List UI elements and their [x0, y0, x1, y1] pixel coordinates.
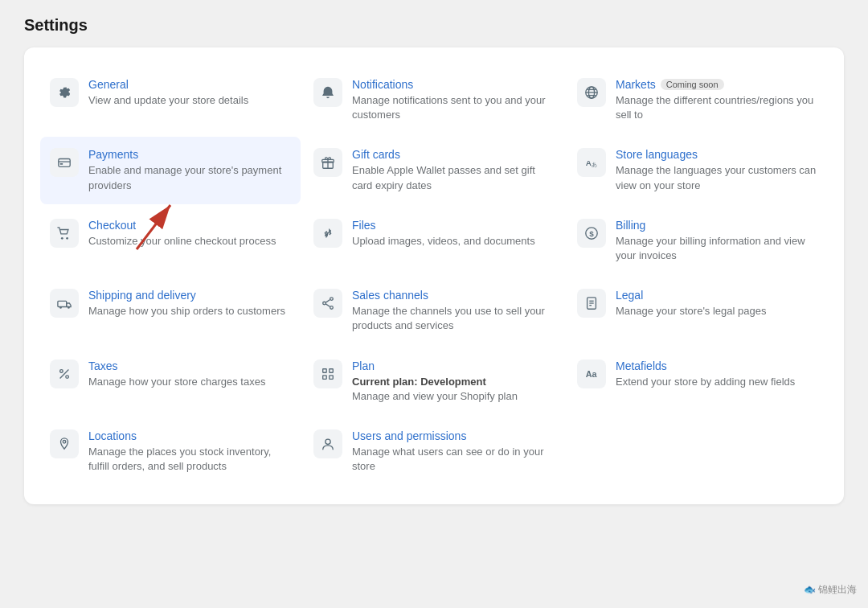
settings-item-desc-legal: Manage your store's legal pages: [616, 304, 818, 318]
settings-item-content-store-languages: Store languagesManage the languages your…: [616, 148, 818, 192]
svg-point-14: [66, 237, 68, 240]
pin-icon: [50, 429, 79, 458]
watermark: 🐟 锦鲤出海: [804, 583, 857, 597]
share-icon: [313, 289, 342, 318]
svg-point-32: [66, 375, 69, 378]
aa-icon: Aa: [577, 359, 606, 388]
svg-line-30: [60, 369, 69, 378]
settings-item-desc-payments: Enable and manage your store's payment p…: [88, 163, 291, 192]
percent-icon: [50, 359, 79, 388]
settings-item-desc-billing: Manage your billing information and view…: [616, 234, 818, 263]
settings-item-locations[interactable]: LocationsManage the places you stock inv…: [40, 418, 301, 485]
settings-item-title-sales-channels: Sales channels: [352, 289, 555, 302]
settings-item-desc-sales-channels: Manage the channels you use to sell your…: [352, 304, 555, 333]
grid-icon: [313, 359, 342, 388]
settings-item-payments[interactable]: PaymentsEnable and manage your store's p…: [40, 137, 301, 203]
settings-item-title-notifications: Notifications: [352, 78, 555, 91]
settings-item-title-plan: Plan: [352, 359, 555, 372]
settings-item-desc-plan: Current plan: DevelopmentManage and view…: [352, 375, 555, 404]
settings-item-title-legal: Legal: [616, 289, 818, 302]
settings-item-metafields[interactable]: AaMetafieldsExtend your store by adding …: [567, 348, 828, 415]
settings-item-users[interactable]: Users and permissionsManage what users c…: [304, 418, 564, 485]
svg-text:Aa: Aa: [586, 368, 598, 378]
settings-item-desc-checkout: Customize your online checkout process: [88, 234, 291, 249]
person-icon: [313, 429, 342, 458]
settings-grid: GeneralView and update your store detail…: [40, 67, 828, 485]
settings-item-desc-gift-cards: Enable Apple Wallet passes and set gift …: [352, 163, 555, 192]
settings-item-legal[interactable]: LegalManage your store's legal pages: [567, 277, 828, 344]
svg-rect-34: [330, 368, 334, 372]
settings-item-desc-shipping: Manage how you ship orders to customers: [88, 304, 291, 318]
settings-item-content-markets: MarketsComing soonManage the different c…: [616, 78, 818, 122]
settings-item-desc-metafields: Extend your store by adding new fields: [616, 375, 818, 389]
settings-item-shipping[interactable]: Shipping and deliveryManage how you ship…: [40, 277, 301, 344]
settings-item-desc-store-languages: Manage the languages your customers can …: [616, 163, 818, 192]
card-icon: [50, 148, 79, 177]
bell-icon: [313, 78, 342, 107]
settings-item-content-billing: BillingManage your billing information a…: [616, 219, 818, 263]
settings-item-title-billing: Billing: [616, 219, 818, 232]
settings-item-title-metafields: Metafields: [616, 359, 818, 372]
settings-item-title-shipping: Shipping and delivery: [88, 289, 291, 302]
settings-item-sales-channels[interactable]: Sales channelsManage the channels you us…: [304, 277, 564, 344]
settings-item-content-checkout: CheckoutCustomize your online checkout p…: [88, 219, 291, 249]
settings-item-content-users: Users and permissionsManage what users c…: [352, 429, 555, 474]
settings-item-checkout[interactable]: CheckoutCustomize your online checkout p…: [40, 207, 301, 274]
settings-item-desc-markets: Manage the different countries/regions y…: [616, 93, 818, 122]
settings-item-desc-general: View and update your store details: [88, 93, 291, 108]
settings-item-desc-taxes: Manage how your store charges taxes: [88, 375, 291, 389]
settings-item-store-languages[interactable]: AあStore languagesManage the languages yo…: [567, 137, 828, 203]
svg-point-20: [68, 306, 70, 309]
svg-line-25: [326, 304, 330, 307]
svg-point-13: [61, 237, 63, 240]
settings-item-desc-notifications: Manage notifications sent to you and you…: [352, 93, 555, 122]
settings-item-title-files: Files: [352, 219, 555, 232]
page-title: Settings: [24, 16, 844, 35]
svg-rect-7: [60, 163, 63, 165]
settings-item-content-plan: PlanCurrent plan: DevelopmentManage and …: [352, 359, 555, 404]
settings-item-gift-cards[interactable]: Gift cardsEnable Apple Wallet passes and…: [304, 137, 564, 203]
settings-item-content-gift-cards: Gift cardsEnable Apple Wallet passes and…: [352, 148, 555, 192]
dollar-icon: $: [577, 219, 606, 248]
svg-point-23: [323, 302, 326, 305]
settings-item-content-files: FilesUpload images, videos, and document…: [352, 219, 555, 249]
settings-item-title-taxes: Taxes: [88, 359, 291, 372]
settings-item-markets[interactable]: MarketsComing soonManage the different c…: [567, 67, 828, 134]
settings-item-taxes[interactable]: TaxesManage how your store charges taxes: [40, 348, 301, 415]
svg-point-21: [330, 298, 334, 301]
settings-card: GeneralView and update your store detail…: [24, 47, 844, 504]
svg-point-39: [326, 439, 330, 444]
settings-item-title-markets: MarketsComing soon: [616, 78, 818, 91]
settings-item-title-locations: Locations: [88, 429, 291, 442]
gear-icon: [50, 78, 79, 107]
svg-point-22: [330, 306, 334, 310]
settings-item-content-general: GeneralView and update your store detail…: [88, 78, 291, 108]
settings-item-badge-markets: Coming soon: [661, 79, 724, 90]
svg-rect-33: [323, 368, 327, 372]
settings-item-desc-locations: Manage the places you stock inventory, f…: [88, 445, 291, 474]
settings-item-desc-files: Upload images, videos, and documents: [352, 234, 555, 249]
settings-item-title-store-languages: Store languages: [616, 148, 818, 161]
settings-item-content-payments: PaymentsEnable and manage your store's p…: [88, 148, 291, 192]
settings-item-general[interactable]: GeneralView and update your store detail…: [40, 67, 301, 134]
svg-point-31: [60, 369, 63, 372]
document-icon: [577, 289, 606, 318]
settings-item-title-checkout: Checkout: [88, 219, 291, 232]
cart-icon: [50, 219, 79, 248]
link-icon: [313, 219, 342, 248]
settings-item-files[interactable]: FilesUpload images, videos, and document…: [304, 207, 564, 274]
settings-item-content-notifications: NotificationsManage notifications sent t…: [352, 78, 555, 122]
gift-icon: [313, 148, 342, 177]
settings-item-billing[interactable]: $BillingManage your billing information …: [567, 207, 828, 274]
svg-text:$: $: [589, 228, 594, 237]
settings-item-content-legal: LegalManage your store's legal pages: [616, 289, 818, 318]
settings-item-plan[interactable]: PlanCurrent plan: DevelopmentManage and …: [304, 348, 564, 415]
settings-item-notifications[interactable]: NotificationsManage notifications sent t…: [304, 67, 564, 134]
svg-text:A: A: [586, 158, 592, 167]
globe-icon: [577, 78, 606, 107]
settings-item-title-payments: Payments: [88, 148, 291, 161]
svg-point-19: [59, 306, 62, 309]
svg-rect-18: [58, 301, 67, 306]
svg-rect-35: [323, 375, 327, 379]
svg-text:あ: あ: [592, 162, 597, 169]
